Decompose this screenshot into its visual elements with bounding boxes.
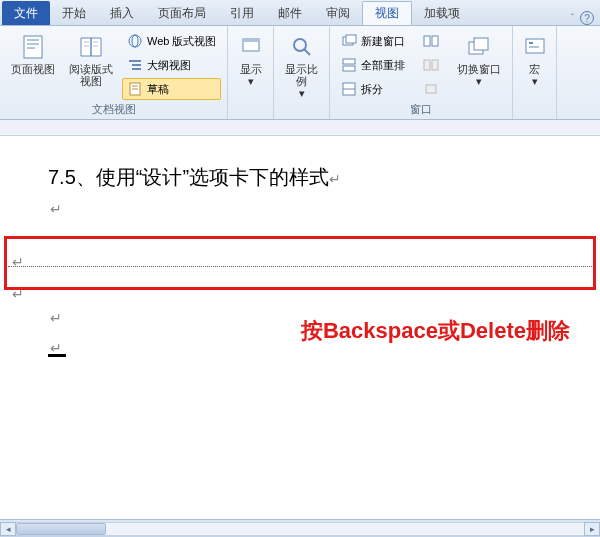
split-icon bbox=[341, 81, 357, 97]
side-by-side-icon bbox=[423, 33, 439, 49]
svg-rect-29 bbox=[432, 60, 438, 70]
draft-icon bbox=[127, 81, 143, 97]
tab-layout[interactable]: 页面布局 bbox=[146, 1, 218, 25]
reading-view-icon bbox=[77, 33, 105, 61]
annotation-box bbox=[4, 236, 596, 290]
svg-line-19 bbox=[304, 49, 310, 55]
document-area[interactable]: 7.5、使用“设计”选项卡下的样式↵ ↵ ↵ ↵ ↵ ↵ 按Backspace或… bbox=[0, 136, 600, 516]
svg-rect-27 bbox=[432, 36, 438, 46]
scroll-thumb[interactable] bbox=[16, 523, 106, 535]
group-zoom: 显示比例 ▾ bbox=[274, 26, 330, 119]
group-window-label: 窗口 bbox=[336, 100, 506, 117]
scroll-left-button[interactable]: ◂ bbox=[0, 522, 16, 536]
document-content: 7.5、使用“设计”选项卡下的样式↵ ↵ bbox=[0, 136, 600, 228]
annotation-text: 按Backspace或Delete删除 bbox=[301, 316, 570, 346]
tab-file[interactable]: 文件 bbox=[2, 1, 50, 25]
svg-rect-21 bbox=[346, 35, 356, 43]
arrange-all-icon bbox=[341, 57, 357, 73]
svg-rect-3 bbox=[27, 47, 35, 49]
show-button[interactable]: 显示 ▾ bbox=[232, 30, 270, 90]
tab-insert[interactable]: 插入 bbox=[98, 1, 146, 25]
web-view-icon bbox=[127, 33, 143, 49]
group-macros: 宏 ▾ bbox=[513, 26, 557, 119]
tab-addins[interactable]: 加载项 bbox=[412, 1, 472, 25]
svg-rect-1 bbox=[27, 39, 39, 41]
outline-icon bbox=[127, 57, 143, 73]
tab-bar: 文件 开始 插入 页面布局 引用 邮件 审阅 视图 加载项 ˇ ? bbox=[0, 0, 600, 26]
arrange-all-button[interactable]: 全部重排 bbox=[336, 54, 410, 76]
new-window-icon bbox=[341, 33, 357, 49]
chevron-up-icon[interactable]: ˇ bbox=[571, 13, 574, 24]
zoom-button[interactable]: 显示比例 ▾ bbox=[280, 30, 323, 102]
switch-window-icon bbox=[465, 33, 493, 61]
reset-pos-icon bbox=[423, 81, 439, 97]
compare-side-button[interactable] bbox=[418, 30, 444, 52]
macros-icon bbox=[521, 33, 549, 61]
reset-pos-button[interactable] bbox=[418, 78, 444, 100]
svg-rect-22 bbox=[343, 59, 355, 64]
paragraph-mark: ↵ bbox=[50, 201, 590, 218]
svg-point-9 bbox=[132, 35, 138, 47]
paragraph-mark: ↵ bbox=[50, 310, 62, 327]
sync-scroll-button[interactable] bbox=[418, 54, 444, 76]
svg-rect-10 bbox=[129, 60, 141, 62]
chevron-down-icon: ▾ bbox=[476, 75, 482, 87]
svg-rect-12 bbox=[132, 68, 141, 70]
svg-rect-17 bbox=[243, 39, 259, 42]
help-icon[interactable]: ? bbox=[580, 11, 594, 25]
tab-references[interactable]: 引用 bbox=[218, 1, 266, 25]
group-window: 新建窗口 全部重排 拆分 切换窗口 ▾ bbox=[330, 26, 513, 119]
doc-heading: 7.5、使用“设计”选项卡下的样式↵ bbox=[48, 164, 590, 191]
svg-point-8 bbox=[129, 35, 141, 47]
scroll-track[interactable] bbox=[16, 522, 584, 536]
svg-rect-32 bbox=[474, 38, 488, 50]
scroll-right-button[interactable]: ▸ bbox=[584, 522, 600, 536]
show-icon bbox=[237, 33, 265, 61]
ribbon: 页面视图 阅读版式 视图 Web 版式视图 大纲视图 bbox=[0, 26, 600, 120]
sync-scroll-icon bbox=[423, 57, 439, 73]
chevron-down-icon: ▾ bbox=[248, 75, 254, 87]
svg-rect-23 bbox=[343, 66, 355, 71]
tabbar-right: ˇ ? bbox=[571, 11, 600, 25]
tab-mail[interactable]: 邮件 bbox=[266, 1, 314, 25]
outline-button[interactable]: 大纲视图 bbox=[122, 54, 221, 76]
group-views-label: 文档视图 bbox=[6, 100, 221, 117]
text-cursor bbox=[48, 354, 66, 357]
group-show: 显示 ▾ bbox=[228, 26, 274, 119]
svg-rect-2 bbox=[27, 43, 39, 45]
svg-rect-35 bbox=[529, 46, 539, 48]
reading-view-button[interactable]: 阅读版式 视图 bbox=[64, 30, 118, 90]
svg-rect-30 bbox=[426, 85, 436, 93]
page-view-button[interactable]: 页面视图 bbox=[6, 30, 60, 78]
zoom-icon bbox=[288, 33, 316, 61]
svg-rect-11 bbox=[132, 64, 141, 66]
page-view-icon bbox=[19, 33, 47, 61]
ruler bbox=[0, 120, 600, 136]
group-document-views: 页面视图 阅读版式 视图 Web 版式视图 大纲视图 bbox=[0, 26, 228, 119]
switch-window-button[interactable]: 切换窗口 ▾ bbox=[452, 30, 506, 90]
svg-rect-28 bbox=[424, 60, 430, 70]
draft-button[interactable]: 草稿 bbox=[122, 78, 221, 100]
tab-home[interactable]: 开始 bbox=[50, 1, 98, 25]
macros-button[interactable]: 宏 ▾ bbox=[516, 30, 554, 90]
split-button[interactable]: 拆分 bbox=[336, 78, 410, 100]
tab-view[interactable]: 视图 bbox=[362, 1, 412, 25]
status-bar: ◂ ▸ bbox=[0, 519, 600, 537]
tab-review[interactable]: 审阅 bbox=[314, 1, 362, 25]
web-view-button[interactable]: Web 版式视图 bbox=[122, 30, 221, 52]
svg-rect-34 bbox=[529, 42, 533, 44]
chevron-down-icon: ▾ bbox=[299, 87, 305, 99]
svg-rect-26 bbox=[424, 36, 430, 46]
chevron-down-icon: ▾ bbox=[532, 75, 538, 87]
new-window-button[interactable]: 新建窗口 bbox=[336, 30, 410, 52]
